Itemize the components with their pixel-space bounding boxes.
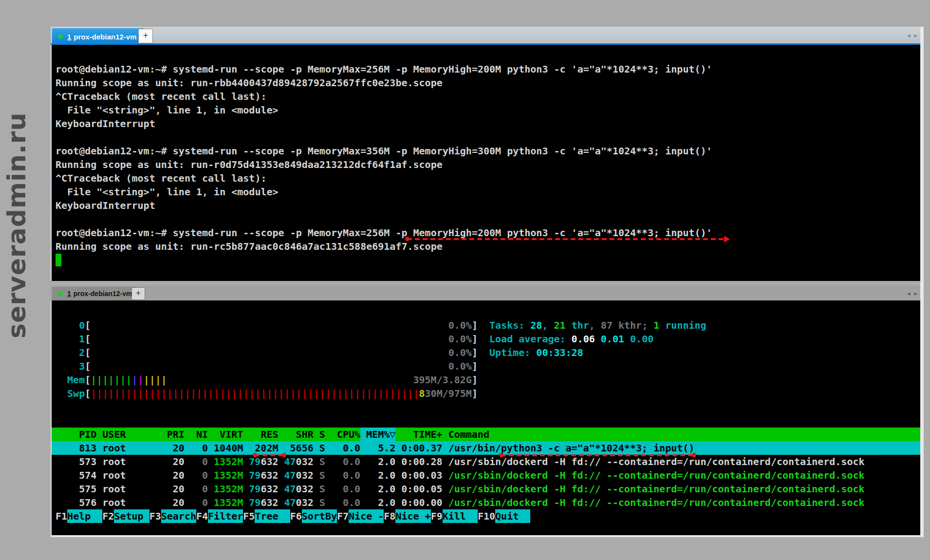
cell-virt: 1352M — [208, 455, 243, 468]
terminal-line: root@debian12-vm:~# systemd-run --scope … — [56, 226, 920, 240]
meter-label: Mem — [56, 373, 85, 387]
cell-mem: 2.0 — [360, 482, 395, 496]
htop-meters: 0[0.0%]1[0.0%]2[0.0%]3[0.0%]Mem[||||||||… — [56, 318, 478, 400]
load-average-line: Load average: 0.06 0.01 0.00 — [489, 332, 707, 346]
terminal-line: KeyboardInterrupt — [56, 199, 920, 212]
fkey-f7[interactable]: F7Nice - — [337, 510, 384, 522]
tab-bar-top: 1 prox-debian12-vm × + ◂ ▸ — [51, 27, 923, 45]
cell-cmd: /usr/bin/python3 -c a="a"*1024**3; input… — [448, 441, 695, 455]
cell-shr: 47032 — [279, 468, 314, 482]
column-header-pri[interactable]: PRI — [155, 428, 185, 441]
cell-mem: 5.2 — [360, 441, 395, 455]
column-header-pid[interactable]: PID — [56, 428, 96, 441]
cell-res: 79632 — [243, 455, 278, 468]
htop-pane[interactable]: 0[0.0%]1[0.0%]2[0.0%]3[0.0%]Mem[||||||||… — [51, 300, 920, 535]
fkey-f1[interactable]: F1Help — [56, 510, 102, 522]
fkey-f4[interactable]: F4Filter — [196, 510, 243, 522]
new-tab-button[interactable]: + — [138, 29, 153, 43]
terminal-line: File "<string>", line 1, in <module> — [56, 185, 920, 199]
fkey-f9[interactable]: F9Kill — [431, 510, 478, 522]
terminal-line: Running scope as unit: run-rbb4400437d89… — [56, 76, 920, 90]
column-header-ni[interactable]: NI — [185, 428, 208, 441]
terminal-line: Running scope as unit: run-r0d75d41353e8… — [56, 158, 920, 171]
cell-mem: 2.0 — [360, 455, 395, 468]
terminal-line: File "<string>", line 1, in <module> — [56, 103, 920, 117]
column-header-mem[interactable]: MEM%▽ — [360, 428, 395, 441]
tab-prox-debian12-vm-2[interactable]: 1 prox-debian12-vm × — [52, 287, 137, 300]
tab-label: prox-debian12-vm — [74, 290, 132, 298]
cell-ni: 0 — [185, 455, 208, 468]
process-table: PIDUSERPRINIVIRTRESSHRSCPU%MEM%▽TIME+Com… — [52, 428, 920, 509]
cell-res: 79632 — [243, 496, 278, 509]
cell-pid: 573 — [56, 455, 96, 468]
tab-scroll-left-icon[interactable]: ◂ — [907, 32, 911, 39]
process-row[interactable]: 574root2001352M7963247032S0.02.00:00.03/… — [52, 468, 920, 482]
cell-mem: 2.0 — [360, 468, 395, 482]
tab-scroll-right-icon[interactable]: ▸ — [914, 290, 917, 297]
cell-time: 0:00.03 — [395, 468, 442, 482]
cell-mem: 2.0 — [360, 496, 395, 509]
column-header-cmd[interactable]: Command — [448, 428, 489, 441]
column-header-user[interactable]: USER — [102, 428, 155, 441]
cell-s: S — [314, 455, 325, 468]
new-tab-button[interactable]: + — [131, 287, 145, 300]
cell-pid: 576 — [56, 496, 96, 509]
terminal-line: KeyboardInterrupt — [56, 117, 920, 131]
function-key-bar: F1HelpF2SetupF3SearchF4FilterF5TreeF6Sor… — [56, 509, 530, 523]
cell-user: root — [102, 455, 155, 468]
column-header-time[interactable]: TIME+ — [395, 428, 442, 441]
fkey-f10[interactable]: F10Quit — [478, 510, 530, 522]
cell-pri: 20 — [155, 482, 185, 496]
cell-s: S — [314, 468, 325, 482]
tab-scroll-left-icon[interactable]: ◂ — [907, 290, 911, 297]
cell-cmd: /usr/sbin/dockerd -H fd:// --containerd=… — [448, 468, 865, 482]
cell-cmd: /usr/sbin/dockerd -H fd:// --containerd=… — [448, 482, 865, 496]
cell-ni: 0 — [185, 496, 208, 509]
cell-virt: 1040M — [208, 441, 243, 455]
tab-bar-bottom: 1 prox-debian12-vm × + ◂ ▸ — [51, 286, 923, 300]
cell-res: 202M — [243, 441, 278, 455]
column-header-shr[interactable]: SHR — [279, 428, 314, 441]
process-row-selected[interactable]: 813root2001040M202M5656S0.05.20:00.37/us… — [52, 441, 920, 455]
fkey-f6[interactable]: F6SortBy — [290, 510, 337, 522]
uptime-line: Uptime: 00:33:28 — [489, 346, 707, 359]
terminal-line: ^CTraceback (most recent call last): — [56, 90, 920, 103]
terminal-pane[interactable]: root@debian12-vm:~# systemd-run --scope … — [51, 45, 920, 281]
meter-label: 2 — [56, 346, 85, 359]
cell-res: 79632 — [243, 482, 278, 496]
cell-ni: 0 — [185, 482, 208, 496]
cell-time: 0:00.05 — [395, 482, 442, 496]
cell-cpu: 0.0 — [325, 496, 360, 509]
table-header-row: PIDUSERPRINIVIRTRESSHRSCPU%MEM%▽TIME+Com… — [52, 428, 920, 441]
cell-ni: 0 — [185, 441, 208, 455]
process-row[interactable]: 576root2001352M7963247032S0.02.00:00.00/… — [52, 496, 920, 509]
tab-number: 1 — [67, 33, 71, 41]
process-row[interactable]: 573root2001352M7963247032S0.02.00:00.28/… — [52, 455, 920, 468]
process-row[interactable]: 575root2001352M7963247032S0.02.00:00.05/… — [52, 482, 920, 496]
tab-scroll-right-icon[interactable]: ▸ — [914, 32, 917, 39]
column-header-s[interactable]: S — [314, 428, 325, 441]
tab-number: 1 — [67, 290, 71, 298]
column-header-res[interactable]: RES — [243, 428, 278, 441]
column-header-cpu[interactable]: CPU% — [325, 428, 360, 441]
terminal-line: root@debian12-vm:~# systemd-run --scope … — [56, 144, 920, 158]
fkey-f5[interactable]: F5Tree — [243, 510, 290, 522]
watermark: serveradmin.ru — [2, 122, 33, 338]
cell-time: 0:00.00 — [395, 496, 442, 509]
cell-pri: 20 — [155, 441, 185, 455]
cell-time: 0:00.37 — [395, 441, 442, 455]
cell-time: 0:00.28 — [395, 455, 442, 468]
fkey-f2[interactable]: F2Setup — [102, 510, 149, 522]
cell-s: S — [314, 441, 325, 455]
annotation-underline-res-202m — [255, 454, 284, 456]
cell-pid: 813 — [56, 441, 96, 455]
cell-user: root — [102, 482, 155, 496]
fkey-f8[interactable]: F8Nice + — [384, 510, 430, 522]
fkey-f3[interactable]: F3Search — [149, 510, 196, 522]
terminal-line: Running scope as unit: run-rc5b877aac0c8… — [56, 240, 920, 253]
window-bottom-edge — [51, 535, 924, 537]
tab-prox-debian12-vm[interactable]: 1 prox-debian12-vm × — [52, 28, 144, 45]
cell-shr: 47032 — [279, 496, 314, 509]
column-header-virt[interactable]: VIRT — [208, 428, 243, 441]
cell-cmd: /usr/sbin/dockerd -H fd:// --containerd=… — [448, 496, 865, 509]
